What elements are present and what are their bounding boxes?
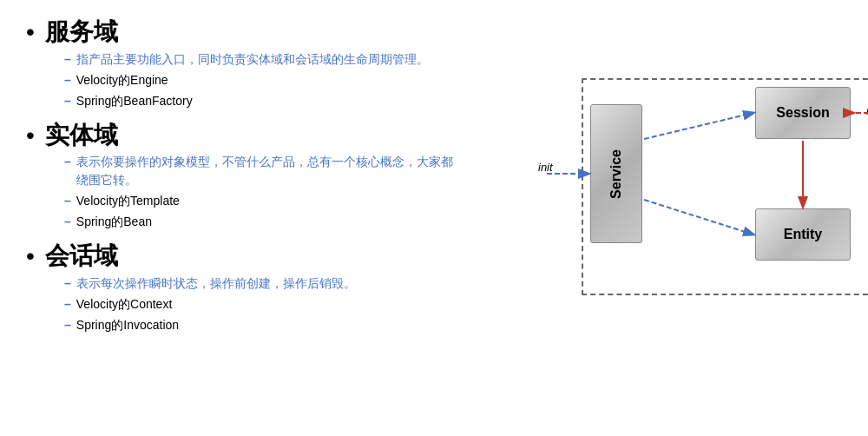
sub-item-1-0: – 指产品主要功能入口，同时负责实体域和会话域的生命周期管理。 (64, 50, 460, 69)
sub-item-text-2-1: Velocity的Template (76, 192, 180, 210)
bullet-dot-1: • (26, 20, 35, 44)
dash-icon: – (64, 297, 71, 311)
sub-item-2-0: – 表示你要操作的对象模型，不管什么产品，总有一个核心概念，大家都绕围它转。 (64, 153, 460, 189)
init-label: init (538, 161, 553, 174)
service-box: Service (590, 104, 642, 243)
sub-item-text-1-0: 指产品主要功能入口，同时负责实体域和会话域的生命周期管理。 (76, 50, 429, 69)
sub-item-text-2-2: Spring的Bean (76, 213, 152, 231)
sub-item-2-2: – Spring的Bean (64, 213, 460, 231)
section-title-1: 服务域 (45, 17, 118, 47)
entity-box: Entity (755, 208, 851, 261)
section-entity: • 实体域 – 表示你要操作的对象模型，不管什么产品，总有一个核心概念，大家都绕… (26, 121, 460, 232)
sub-item-3-0: – 表示每次操作瞬时状态，操作前创建，操作后销毁。 (64, 274, 460, 293)
dash-icon: – (64, 318, 71, 332)
session-label: Session (776, 105, 829, 121)
section-title-3: 会话域 (45, 241, 118, 271)
right-panel: Service Session Entity init run (486, 0, 868, 436)
session-box: Session (755, 87, 851, 139)
bullet-dot-3: • (26, 244, 35, 268)
dash-icon: – (64, 73, 71, 87)
entity-label: Entity (784, 227, 822, 242)
sub-item-2-1: – Velocity的Template (64, 192, 460, 210)
sub-item-1-2: – Spring的BeanFactory (64, 92, 460, 110)
bullet-dot-2: • (26, 123, 35, 148)
sub-item-3-1: – Velocity的Context (64, 295, 460, 314)
section-session: • 会话域 – 表示每次操作瞬时状态，操作前创建，操作后销毁。 – Veloci… (26, 241, 460, 334)
sub-items-1: – 指产品主要功能入口，同时负责实体域和会话域的生命周期管理。 – Veloci… (64, 50, 460, 110)
sub-item-3-2: – Spring的Invocation (64, 316, 460, 334)
dash-icon: – (64, 94, 71, 108)
sub-items-3: – 表示每次操作瞬时状态，操作前创建，操作后销毁。 – Velocity的Con… (64, 274, 460, 334)
sub-item-text-2-0: 表示你要操作的对象模型，不管什么产品，总有一个核心概念，大家都绕围它转。 (76, 153, 460, 189)
section-service: • 服务域 – 指产品主要功能入口，同时负责实体域和会话域的生命周期管理。 – … (26, 17, 460, 110)
sub-item-text-1-2: Spring的BeanFactory (76, 92, 193, 110)
dash-icon: – (64, 155, 71, 168)
sub-item-text-3-2: Spring的Invocation (76, 316, 179, 334)
sub-item-text-1-1: Velocity的Engine (76, 71, 168, 89)
sub-item-text-3-1: Velocity的Context (76, 295, 173, 314)
section-title-2: 实体域 (45, 121, 118, 150)
dash-icon: – (64, 276, 71, 290)
dash-icon: – (64, 52, 71, 66)
diagram: Service Session Entity init run (521, 26, 868, 321)
service-label: Service (608, 149, 624, 199)
sub-item-1-1: – Velocity的Engine (64, 71, 460, 89)
sub-items-2: – 表示你要操作的对象模型，不管什么产品，总有一个核心概念，大家都绕围它转。 –… (64, 153, 460, 231)
left-panel: • 服务域 – 指产品主要功能入口，同时负责实体域和会话域的生命周期管理。 – … (0, 0, 486, 436)
dash-icon: – (64, 215, 71, 228)
dash-icon: – (64, 194, 71, 208)
sub-item-text-3-0: 表示每次操作瞬时状态，操作前创建，操作后销毁。 (76, 274, 356, 293)
